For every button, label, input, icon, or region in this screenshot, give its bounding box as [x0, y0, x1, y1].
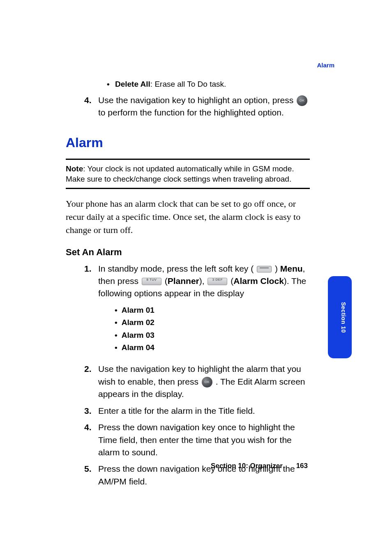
bullet-delete-all: • Delete All: Erase all To Do task. [107, 79, 310, 90]
softkey-icon [257, 266, 272, 272]
divider-bottom [66, 188, 310, 189]
step-number: 1. [84, 263, 98, 359]
running-header: Alarm [66, 62, 334, 69]
footer-page-number: 163 [296, 462, 308, 470]
step-number: 3. [84, 405, 98, 417]
page-footer: Section 10: Organizer 163 [211, 462, 308, 470]
step-text-part1: Use the navigation key to highlight an o… [98, 95, 296, 105]
intro-paragraph: Your phone has an alarm clock that can b… [66, 197, 310, 237]
alarm-item: •Alarm 02 [115, 316, 310, 329]
step-number: 4. [84, 421, 98, 459]
step1-d: ), [199, 276, 207, 286]
top-step-4: 4. Use the navigation key to highlight a… [84, 94, 310, 119]
step1-menu: Menu [280, 264, 303, 273]
footer-section: Section 10: Organizer [211, 462, 283, 470]
step4-text: Press the down navigation key once to hi… [98, 421, 310, 459]
step-4: 4. Press the down navigation key once to… [84, 421, 310, 459]
step1-b: ) [275, 264, 280, 273]
page: Alarm • Delete All: Erase all To Do task… [0, 0, 392, 542]
section-heading-alarm: Alarm [66, 135, 310, 150]
subheading-set-an-alarm: Set An Alarm [66, 247, 310, 258]
step-2: 2. Use the navigation key to highlight t… [84, 363, 310, 400]
key-8-icon: 8 TUV [142, 278, 161, 285]
step-3: 3. Enter a title for the alarm in the Ti… [84, 405, 310, 417]
alarm-item: •Alarm 03 [115, 329, 310, 341]
side-tab [328, 276, 352, 358]
note-text: : Your clock is not updated automaticall… [66, 164, 294, 183]
step1-a: In standby mode, press the left soft key… [98, 264, 256, 273]
step-1: 1. In standby mode, press the left soft … [84, 263, 310, 359]
ok-icon [202, 377, 212, 387]
step-number: 2. [84, 363, 98, 400]
step-number: 5. [84, 463, 98, 488]
note-block: Note: Your clock is not updated automati… [66, 164, 310, 184]
divider-top [66, 159, 310, 160]
step1-alarmclock: Alarm Clock [233, 276, 284, 286]
bullet-rest: : Erase all To Do task. [150, 80, 226, 88]
alarm-item: •Alarm 04 [115, 341, 310, 354]
note-bold: Note [66, 164, 83, 173]
ok-icon [297, 95, 307, 106]
alarm-list: •Alarm 01 •Alarm 02 •Alarm 03 •Alarm 04 [115, 304, 310, 354]
side-tab-label: Section 10 [340, 302, 347, 333]
step3-text: Enter a title for the alarm in the Title… [98, 405, 310, 417]
step-number: 4. [84, 94, 98, 119]
step-text-part2: to perform the function for the highligh… [98, 108, 284, 117]
alarm-item: •Alarm 01 [115, 304, 310, 316]
key-3-icon: 3 DEF [208, 278, 227, 285]
bullet-bold: Delete All [115, 80, 150, 88]
step1-planner: Planner [168, 276, 199, 286]
